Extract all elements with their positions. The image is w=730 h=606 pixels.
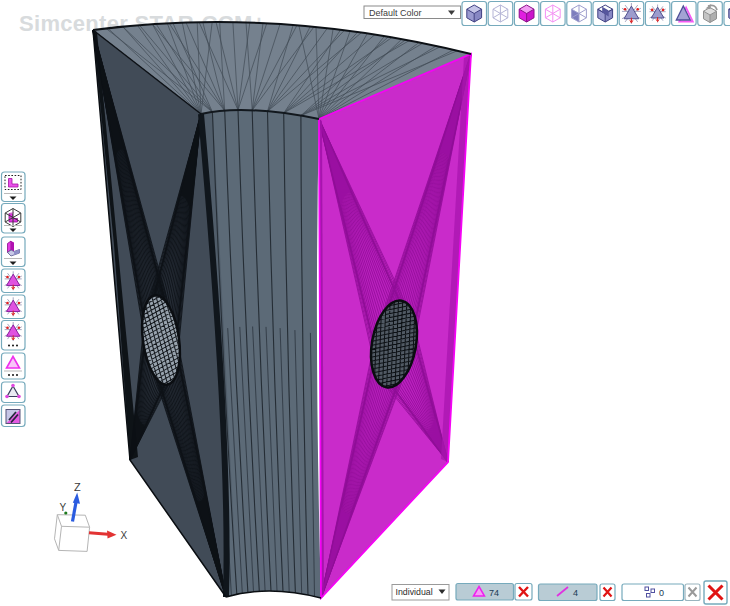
- svg-text:4: 4: [573, 588, 578, 598]
- svg-text:Default Color: Default Color: [369, 8, 422, 18]
- svg-text:Individual: Individual: [396, 587, 433, 597]
- svg-text:Z: Z: [74, 481, 81, 493]
- svg-text:Y: Y: [60, 502, 67, 513]
- svg-text:74: 74: [489, 588, 499, 598]
- svg-text:0: 0: [659, 588, 664, 598]
- svg-text:X: X: [121, 530, 128, 541]
